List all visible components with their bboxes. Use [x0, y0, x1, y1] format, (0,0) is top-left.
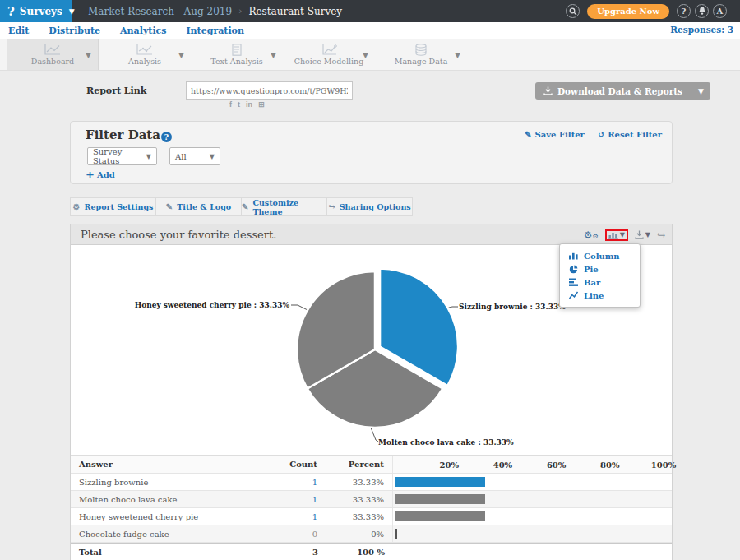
- embed-icon[interactable]: ⊞: [258, 100, 265, 109]
- report-tabs: ⚙Report Settings ✎Title & Logo ✎Customiz…: [70, 197, 412, 216]
- tab-report-settings[interactable]: ⚙Report Settings: [70, 197, 156, 216]
- pie-label-molten-choco: Molten choco lava cake : 33.33%: [378, 438, 514, 447]
- plus-icon: +: [86, 169, 95, 181]
- percent-cell: 33.33%: [326, 508, 393, 525]
- help-button[interactable]: ?: [677, 4, 691, 18]
- choice-modelling-icon: [320, 44, 338, 56]
- percent-cell: 0%: [326, 525, 393, 542]
- answer-cell: Sizzling brownie: [71, 474, 261, 490]
- breadcrumb-survey-folder[interactable]: Market Research - Aug 2019: [88, 6, 232, 17]
- total-count: 3: [261, 544, 326, 560]
- chevron-down-icon[interactable]: ▼: [271, 51, 276, 59]
- twitter-icon[interactable]: t: [238, 100, 240, 109]
- add-filter-button[interactable]: +Add: [86, 169, 115, 181]
- notifications-button[interactable]: [695, 4, 709, 18]
- save-filter-button[interactable]: ✎Save Filter: [525, 130, 585, 139]
- total-label: Total: [71, 544, 261, 560]
- table-row: Chocolate fudge cake 0 0%: [71, 525, 672, 543]
- toolbar-item-manage-data[interactable]: Manage Data ▼: [375, 39, 467, 70]
- analytics-toolbar: Dashboard ▼ Analysis ▼ Text Analysis ▼ C…: [0, 39, 740, 71]
- share-icon: ↪: [657, 230, 665, 240]
- avatar[interactable]: A: [713, 4, 727, 18]
- count-cell[interactable]: 1: [261, 491, 326, 507]
- toolbar-item-dashboard[interactable]: Dashboard ▼: [7, 39, 99, 70]
- chevron-down-icon[interactable]: ▼: [455, 51, 460, 59]
- tab-sharing-options[interactable]: ↪Sharing Options: [326, 197, 413, 216]
- menu-item-bar[interactable]: Bar: [560, 275, 640, 289]
- nav-item-edit[interactable]: Edit: [8, 23, 29, 39]
- download-options-caret[interactable]: ▼: [691, 82, 710, 100]
- chevron-down-icon: ▼: [69, 7, 75, 16]
- column-chart-icon: [569, 252, 578, 260]
- tab-customize-theme[interactable]: ✎Customize Theme: [241, 197, 327, 216]
- text-analysis-icon: [228, 44, 246, 56]
- header-answer: Answer: [71, 456, 261, 473]
- pie-label-sizzling-brownie: Sizzling brownie : 33.33%: [459, 303, 566, 311]
- chart-settings-button[interactable]: ⚙⚙: [584, 230, 599, 240]
- count-cell[interactable]: 0: [261, 525, 326, 542]
- percent-bar: [395, 511, 485, 521]
- chart-download-button[interactable]: ▼: [635, 230, 650, 239]
- chevron-down-icon: ▼: [645, 231, 650, 238]
- download-icon: [635, 230, 644, 239]
- nav-item-analytics[interactable]: Analytics: [120, 23, 166, 39]
- table-row: Sizzling brownie 1 33.33%: [71, 474, 672, 491]
- gears-icon: ⚙⚙: [584, 230, 599, 240]
- breadcrumb-separator: ›: [238, 6, 242, 16]
- chart-type-menu: Column Pie Bar Line: [559, 243, 641, 308]
- chevron-down-icon[interactable]: ▼: [363, 51, 368, 59]
- nav-item-distribute[interactable]: Distribute: [49, 23, 100, 39]
- chevron-down-icon[interactable]: ▼: [178, 51, 184, 59]
- linkedin-icon[interactable]: in: [246, 100, 252, 109]
- percent-cell: 33.33%: [326, 474, 393, 490]
- header-bar-scale: 20% 40% 60% 80% 100%: [393, 456, 672, 473]
- responses-count[interactable]: Responses: 3: [670, 25, 733, 35]
- filter-data-panel: Filter Data ? ✎Save Filter ↺Reset Filter…: [70, 121, 673, 184]
- analysis-icon: [136, 44, 154, 56]
- download-data-reports-button[interactable]: Download Data & Reports ▼: [535, 82, 710, 100]
- percent-bar: [395, 529, 397, 539]
- chevron-down-icon[interactable]: ▼: [86, 51, 91, 59]
- answer-cell: Chocolate fudge cake: [71, 525, 261, 542]
- menu-item-column[interactable]: Column: [560, 249, 640, 262]
- toolbar-item-text-analysis[interactable]: Text Analysis ▼: [191, 39, 283, 70]
- menu-item-pie[interactable]: Pie: [560, 262, 640, 275]
- question-header: Please choose your favorite dessert. ⚙⚙ …: [71, 224, 672, 245]
- question-report-card: Please choose your favorite dessert. ⚙⚙ …: [70, 224, 673, 560]
- dashboard-chart-icon: [44, 44, 62, 56]
- search-button[interactable]: [566, 4, 580, 18]
- percent-bar: [395, 477, 485, 487]
- chart-type-button[interactable]: ▼: [605, 229, 628, 241]
- surveys-label: Surveys: [20, 6, 62, 17]
- breadcrumb: Market Research - Aug 2019 › Restaurant …: [88, 0, 342, 22]
- questionpro-analytics-page: ? Surveys ▼ Market Research - Aug 2019 ›…: [0, 0, 740, 560]
- reset-icon: ↺: [598, 130, 604, 139]
- gears-icon: ⚙: [73, 202, 81, 211]
- download-button-label: Download Data & Reports: [557, 86, 682, 96]
- count-cell[interactable]: 1: [261, 474, 326, 490]
- reset-filter-button[interactable]: ↺Reset Filter: [598, 130, 662, 139]
- surveys-menu[interactable]: ? Surveys ▼: [0, 0, 72, 22]
- bell-icon: [698, 7, 706, 16]
- axis-tick: 100%: [651, 460, 676, 469]
- report-link-label: Report Link: [86, 86, 146, 96]
- report-link-input[interactable]: [186, 81, 353, 100]
- upgrade-now-button[interactable]: Upgrade Now: [587, 4, 669, 19]
- tab-title-logo[interactable]: ✎Title & Logo: [155, 197, 242, 216]
- chart-share-button[interactable]: ↪: [657, 230, 665, 240]
- edit-icon: ✎: [242, 202, 248, 211]
- filter-help-icon[interactable]: ?: [161, 132, 172, 142]
- pie-chart-icon: [569, 265, 578, 274]
- leader-line-molten: [371, 428, 378, 442]
- toolbar-item-choice-modelling[interactable]: Choice Modelling ▼: [283, 39, 375, 70]
- facebook-icon[interactable]: f: [229, 100, 232, 109]
- nav-item-integration[interactable]: Integration: [186, 23, 243, 39]
- table-row: Molten choco lava cake 1 33.33%: [71, 491, 672, 508]
- filter-field-select[interactable]: Survey Status▼: [87, 147, 157, 165]
- toolbar-item-analysis[interactable]: Analysis ▼: [99, 39, 191, 70]
- filter-value-select[interactable]: All▼: [169, 147, 220, 165]
- manage-data-database-icon: [413, 44, 429, 56]
- menu-item-line[interactable]: Line: [560, 289, 640, 302]
- search-icon: [569, 7, 577, 16]
- count-cell[interactable]: 1: [261, 508, 326, 525]
